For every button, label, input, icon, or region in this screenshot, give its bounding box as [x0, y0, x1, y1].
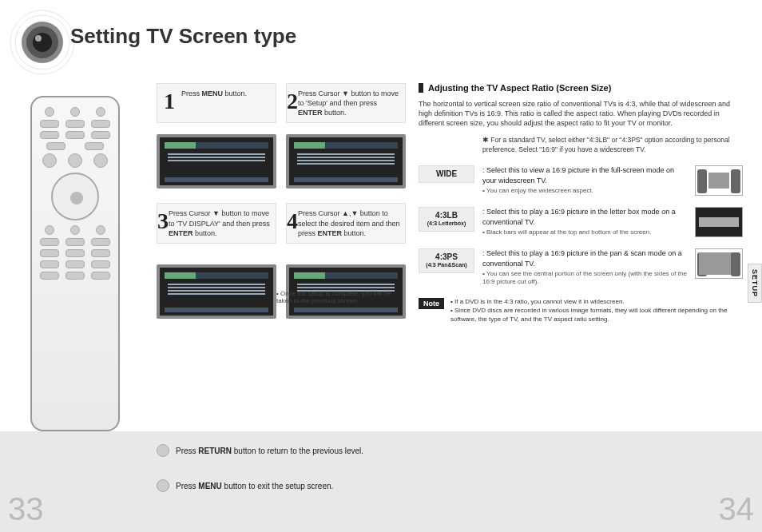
step-number: 4: [287, 208, 298, 234]
screenshot-thumbnail: [157, 264, 276, 319]
button-icon: [157, 444, 169, 457]
option-label-sub: (4:3 Letterbox): [421, 220, 472, 227]
option-label-text: 4:3LB: [435, 211, 458, 220]
step-3: 3 Press Cursor ▼ button to move to 'TV D…: [157, 203, 276, 243]
return-instruction: Press RETURN button to return to the pre…: [157, 444, 363, 457]
option-label-sub: (4:3 Pan&Scan): [421, 262, 472, 268]
letterbox-illustration: [695, 207, 743, 237]
panscan-illustration: [695, 248, 743, 279]
intro-paragraph: The horizontal to vertical screen size r…: [419, 99, 743, 128]
page-number-left: 33: [8, 491, 44, 527]
bottom-bar: [0, 431, 762, 532]
screenshot-thumbnail: [286, 134, 406, 189]
svg-point-4: [33, 33, 52, 52]
option-4-3-lb: 4:3LB (4:3 Letterbox) : Select this to p…: [419, 207, 743, 237]
option-description: : Select this to play a 16:9 picture in …: [482, 248, 687, 287]
wide-illustration: [695, 165, 743, 196]
option-4-3-ps: 4:3PS (4:3 Pan&Scan) : Select this to pl…: [419, 248, 743, 287]
step-2: 2 Press Cursor ▼ button to move to 'Setu…: [286, 83, 406, 123]
step-text: Press Cursor ▼ button to move to 'TV DIS…: [169, 208, 271, 237]
option-label: 4:3PS (4:3 Pan&Scan): [419, 248, 474, 272]
step-text: Press Cursor ▼ button to move to 'Setup'…: [298, 89, 400, 117]
section-tab-setup: SETUP: [748, 264, 762, 303]
step-number: 1: [157, 89, 181, 114]
menu-text: Press MENU button to exit the setup scre…: [176, 482, 333, 490]
step-1: 1 Press MENU button.: [157, 83, 276, 123]
selection-hint: ✱ For a standard TV, select either "4:3L…: [419, 136, 743, 154]
button-icon: [157, 479, 169, 492]
setup-complete-note: • Once the setup is complete, you will b…: [276, 290, 404, 304]
page-number-right: 34: [719, 491, 755, 527]
note-text: • If a DVD is in the 4:3 ratio, you cann…: [450, 298, 743, 324]
right-column: Adjusting the TV Aspect Ratio (Screen Si…: [419, 83, 743, 324]
step-text: Press Cursor ▲,▼ button to select the de…: [298, 208, 400, 237]
page-title: Setting TV Screen type: [70, 24, 296, 49]
section-heading: Adjusting the TV Aspect Ratio (Screen Si…: [419, 83, 743, 93]
option-wide: WIDE : Select this to view a 16:9 pictur…: [419, 165, 743, 196]
return-text: Press RETURN button to return to the pre…: [176, 447, 363, 455]
option-label: WIDE: [419, 165, 474, 183]
remote-control-illustration: [30, 96, 120, 431]
step-number: 2: [287, 89, 298, 114]
svg-point-5: [35, 35, 42, 42]
step-4: 4 Press Cursor ▲,▼ button to select the …: [286, 203, 406, 243]
option-label-text: 4:3PS: [435, 252, 458, 261]
note-row: Note • If a DVD is in the 4:3 ratio, you…: [419, 298, 743, 324]
option-label-text: WIDE: [436, 169, 457, 178]
option-label: 4:3LB (4:3 Letterbox): [419, 207, 474, 231]
option-description: : Select this to play a 16:9 picture in …: [482, 207, 687, 236]
note-badge: Note: [419, 298, 444, 309]
step-number: 3: [157, 208, 169, 234]
screenshot-thumbnail: [157, 134, 276, 189]
step-text: Press MENU button.: [181, 89, 247, 98]
speaker-illustration: [6, 6, 78, 78]
menu-instruction: Press MENU button to exit the setup scre…: [157, 479, 333, 492]
option-description: : Select this to view a 16:9 picture in …: [482, 165, 687, 195]
